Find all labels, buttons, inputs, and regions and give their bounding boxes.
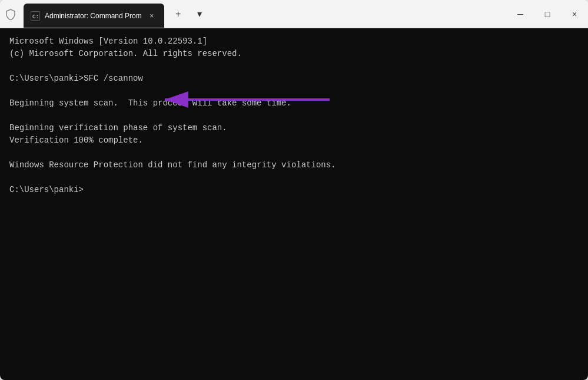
tabs-area: C: Administrator: Command Prom × + ▾ [24,0,507,28]
terminal-line-9: Verification 100% complete. [9,134,579,147]
close-button[interactable]: × [561,0,588,28]
tab-close-button[interactable]: × [147,11,157,21]
terminal-line-7 [9,110,579,122]
terminal-body[interactable]: Microsoft Windows [Version 10.0.22593.1]… [0,28,588,380]
terminal-line-2: (c) Microsoft Corporation. All rights re… [9,48,579,60]
tab-actions: + ▾ [164,0,214,28]
terminal-line-13: C:\Users\panki> [9,184,579,196]
terminal-line-10 [9,147,579,159]
titlebar: C: Administrator: Command Prom × + ▾ ─ □… [0,0,588,28]
svg-text:C:: C: [32,14,39,20]
maximize-button[interactable]: □ [534,0,561,28]
terminal-line-3 [9,60,579,72]
tab-dropdown-button[interactable]: ▾ [190,5,209,24]
terminal-line-8: Beginning verification phase of system s… [9,122,579,134]
shield-icon [5,8,16,20]
terminal-line-5 [9,85,579,97]
active-tab[interactable]: C: Administrator: Command Prom × [24,4,164,28]
terminal-line-4: C:\Users\panki>SFC /scannow [9,72,579,85]
terminal-line-6: Beginning system scan. This process will… [9,97,579,110]
minimize-button[interactable]: ─ [507,0,534,28]
terminal-line-12 [9,171,579,184]
cmd-tab-icon: C: [31,11,40,21]
window: C: Administrator: Command Prom × + ▾ ─ □… [0,0,588,380]
tab-title: Administrator: Command Prom [45,12,142,20]
terminal-line-11: Windows Resource Protection did not find… [9,159,579,171]
new-tab-button[interactable]: + [169,5,188,24]
titlebar-left [0,0,24,28]
window-controls: ─ □ × [507,0,588,28]
terminal-line-1: Microsoft Windows [Version 10.0.22593.1] [9,35,579,48]
